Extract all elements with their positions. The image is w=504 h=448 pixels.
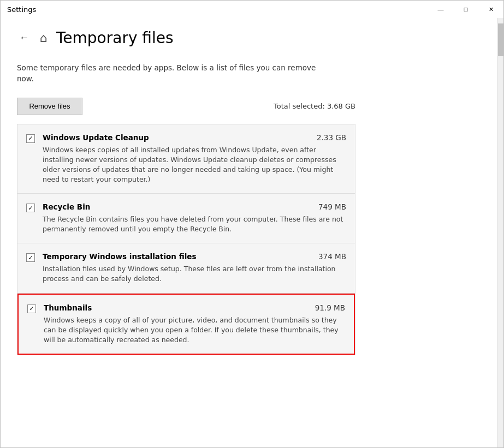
page-header: ← ⌂ Temporary files — [17, 29, 481, 47]
minimize-button[interactable]: — — [428, 1, 453, 18]
checkbox-wrapper-1 — [26, 204, 35, 212]
checkbox-wrapper-3 — [27, 304, 36, 313]
file-header-1: Recycle Bin 749 MB — [43, 202, 346, 211]
file-info-2: Temporary Windows installation files 374… — [43, 252, 346, 284]
file-item: Windows Update Cleanup 2.33 GB Windows k… — [17, 124, 355, 194]
total-selected-label: Total selected: 3.68 GB — [274, 102, 355, 110]
title-bar-left: Settings — [7, 5, 36, 14]
back-icon: ← — [19, 32, 29, 44]
settings-window: Settings — □ ✕ ← ⌂ Temporary files Some … — [0, 0, 504, 448]
file-info-3: Thumbnails 91.9 MB Windows keeps a copy … — [44, 303, 345, 345]
file-desc-0: Windows keeps copies of all installed up… — [43, 145, 346, 185]
file-header-2: Temporary Windows installation files 374… — [43, 252, 346, 261]
file-checkbox-2[interactable] — [26, 253, 35, 262]
window-title: Settings — [7, 5, 36, 14]
file-desc-2: Installation files used by Windows setup… — [43, 264, 346, 284]
scrollbar[interactable] — [497, 18, 503, 447]
title-bar: Settings — □ ✕ — [1, 1, 503, 18]
file-checkbox-0[interactable] — [26, 134, 35, 143]
home-icon: ⌂ — [40, 31, 48, 45]
file-size-3: 91.9 MB — [315, 303, 345, 312]
file-name-3: Thumbnails — [44, 303, 92, 312]
file-checkbox-1[interactable] — [26, 204, 35, 212]
file-desc-3: Windows keeps a copy of all of your pict… — [44, 315, 345, 345]
file-info-0: Windows Update Cleanup 2.33 GB Windows k… — [43, 133, 346, 185]
main-content: ← ⌂ Temporary files Some temporary files… — [1, 18, 497, 447]
close-button[interactable]: ✕ — [478, 1, 503, 18]
checkbox-wrapper-0 — [26, 134, 35, 143]
content-area: ← ⌂ Temporary files Some temporary files… — [1, 18, 503, 447]
page-description: Some temporary files are needed by apps.… — [17, 62, 334, 85]
file-list: Windows Update Cleanup 2.33 GB Windows k… — [17, 124, 355, 355]
file-name-1: Recycle Bin — [43, 202, 90, 211]
file-size-0: 2.33 GB — [317, 133, 346, 142]
file-info-1: Recycle Bin 749 MB The Recycle Bin conta… — [43, 202, 346, 234]
file-item: Recycle Bin 749 MB The Recycle Bin conta… — [17, 194, 355, 243]
file-desc-1: The Recycle Bin contains files you have … — [43, 214, 346, 234]
title-bar-controls: — □ ✕ — [428, 1, 503, 18]
page-title: Temporary files — [56, 29, 174, 47]
scrollbar-thumb[interactable] — [498, 23, 503, 56]
file-item: Thumbnails 91.9 MB Windows keeps a copy … — [17, 294, 355, 355]
checkbox-wrapper-2 — [26, 253, 35, 262]
file-checkbox-3[interactable] — [27, 304, 36, 313]
file-name-0: Windows Update Cleanup — [43, 133, 149, 142]
action-row: Remove files Total selected: 3.68 GB — [17, 98, 355, 115]
file-header-0: Windows Update Cleanup 2.33 GB — [43, 133, 346, 142]
file-item: Temporary Windows installation files 374… — [17, 243, 355, 293]
back-button[interactable]: ← — [17, 30, 31, 46]
maximize-button[interactable]: □ — [453, 1, 478, 18]
remove-files-button[interactable]: Remove files — [17, 98, 82, 115]
file-header-3: Thumbnails 91.9 MB — [44, 303, 345, 312]
file-name-2: Temporary Windows installation files — [43, 252, 196, 261]
file-size-2: 374 MB — [318, 252, 346, 261]
file-size-1: 749 MB — [318, 202, 346, 211]
